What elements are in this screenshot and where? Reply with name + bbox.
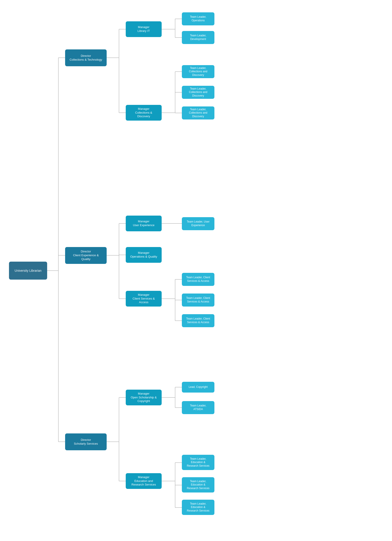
mgr-operations-quality-node: ManagerOperations & Quality [126, 247, 162, 263]
tl-development-label: Team Leader,Development [190, 34, 206, 41]
mgr-operations-quality-label: ManagerOperations & Quality [130, 251, 157, 259]
tl-copyright-label: Lead, Copyright [189, 385, 208, 389]
tl-client-services-2-node: Team Leader, ClientServices & Access [182, 294, 214, 307]
mgr-user-experience-node: ManagerUser Experience [126, 216, 162, 231]
tl-ers-2-label: Team Leader,Education &Research Services [187, 480, 209, 490]
mgr-open-scholarship-label: ManagerOpen Scholarship &Copyright [131, 392, 157, 403]
tl-client-services-3-label: Team Leader, ClientServices & Access [186, 317, 210, 324]
tl-atsida-label: Team Leader,ATSIDA [190, 404, 206, 411]
mgr-library-it-node: ManagerLibrary IT [126, 21, 162, 37]
tl-client-services-2-label: Team Leader, ClientServices & Access [186, 297, 210, 303]
mgr-open-scholarship-node: ManagerOpen Scholarship &Copyright [126, 390, 162, 405]
tl-atsida-node: Team Leader,ATSIDA [182, 401, 214, 414]
tl-collections-3-node: Team Leader,Collections andDiscovery [182, 106, 214, 120]
director-2-label: DirectorClient Experience &Quality [73, 250, 98, 261]
org-chart: University Librarian DirectorCollections… [0, 0, 392, 541]
root-label: University Librarian [15, 269, 41, 273]
root-node: University Librarian [9, 262, 47, 280]
tl-collections-2-label: Team Leader,Collections andDiscovery [189, 87, 207, 98]
tl-operations-node: Team Leader,Operations [182, 12, 214, 25]
director-1-node: DirectorCollections & Technology [65, 49, 107, 66]
tl-client-services-3-node: Team Leader, ClientServices & Access [182, 314, 214, 327]
mgr-collections-discovery-label: ManagerCollections &Discovery [135, 107, 152, 119]
tl-user-experience-node: Team Leader, UserExperience [182, 217, 214, 230]
mgr-collections-discovery-node: ManagerCollections &Discovery [126, 105, 162, 121]
tl-client-services-1-node: Team Leader, ClientServices & Access [182, 273, 214, 286]
director-3-label: DirectorScholarly Services [74, 438, 98, 446]
tl-ers-2-node: Team Leader,Education &Research Services [182, 477, 214, 493]
tl-collections-3-label: Team Leader,Collections andDiscovery [189, 108, 207, 118]
tl-collections-1-node: Team Leader,Collections andDiscovery [182, 65, 214, 78]
tl-copyright-node: Lead, Copyright [182, 382, 214, 393]
director-2-node: DirectorClient Experience &Quality [65, 247, 107, 264]
director-3-node: DirectorScholarly Services [65, 433, 107, 450]
mgr-client-services-access-label: ManagerClient Services &Access [133, 293, 155, 305]
mgr-education-research-node: ManagerEducation andResearch Services [126, 473, 162, 489]
mgr-user-experience-label: ManagerUser Experience [133, 220, 155, 227]
tl-user-experience-label: Team Leader, UserExperience [187, 220, 209, 227]
mgr-education-research-label: ManagerEducation andResearch Services [131, 475, 156, 487]
mgr-library-it-label: ManagerLibrary IT [138, 25, 150, 33]
tl-collections-2-node: Team Leader,Collections andDiscovery [182, 86, 214, 99]
tl-client-services-1-label: Team Leader, ClientServices & Access [186, 276, 210, 283]
tl-ers-1-node: Team Leader,Education &Research Services [182, 455, 214, 470]
tl-operations-label: Team Leader,Operations [190, 15, 206, 22]
tl-ers-1-label: Team Leader,Education &Research Services [187, 457, 209, 468]
tl-development-node: Team Leader,Development [182, 31, 214, 44]
director-1-label: DirectorCollections & Technology [70, 54, 102, 62]
tl-collections-1-label: Team Leader,Collections andDiscovery [189, 67, 207, 77]
mgr-client-services-access-node: ManagerClient Services &Access [126, 291, 162, 307]
tl-ers-3-node: Team Leader,Education &Research Services [182, 500, 214, 515]
tl-ers-3-label: Team Leader,Education &Research Services [187, 502, 209, 513]
